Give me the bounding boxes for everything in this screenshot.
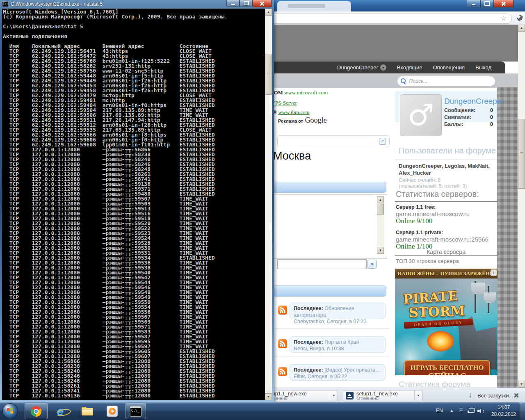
reply-input[interactable] xyxy=(277,259,367,269)
rss-icon[interactable] xyxy=(278,339,287,348)
cmd-restore-button[interactable] xyxy=(240,0,253,7)
user-navbar: DungeonCreeper ▾ Входящие Оповещения Вых… xyxy=(267,62,505,73)
pirate-storm-ad[interactable]: НАШИ ЖЁНЫ – ПУШКИ ЗАРЯЖЁНЫ i PIRATE STOR… xyxy=(395,269,498,375)
forum-post-card[interactable]: Последнее: Портал в Край Nensi, Вчера, в… xyxy=(290,336,386,353)
scroll-up-icon[interactable]: ▲ xyxy=(265,9,272,16)
download-item[interactable]: setup1.1_new.exe Отменено ▼ xyxy=(343,390,422,401)
cmd-titlebar[interactable]: C:\ C:\Windows\system32\cmd.exe - netsta… xyxy=(0,0,274,9)
chevron-down-icon[interactable]: ▼ xyxy=(330,390,338,401)
scroll-down-icon[interactable]: ▼ xyxy=(377,247,384,254)
ad-artwork: PIRATE STORM DEATH OR GLORY ИГРАТЬ БЕСПЛ… xyxy=(395,278,498,375)
section-header-bar xyxy=(271,182,386,193)
taskbar-cmd-button[interactable]: C:\_ xyxy=(126,403,146,419)
external-link-icon[interactable]: ↗ xyxy=(379,138,386,145)
language-indicator[interactable]: EN xyxy=(436,408,443,413)
server-host: game.minecraft-moscow.ru:25566 xyxy=(396,236,488,243)
post-meta: Nensi, Вчера, в 10:38 xyxy=(294,346,344,352)
taskbar-chrome-button[interactable] xyxy=(25,403,48,419)
cmd-title: C:\Windows\system32\cmd.exe - netstat 5 xyxy=(11,1,103,7)
taskbar-explorer-button[interactable] xyxy=(77,403,98,419)
browser-maximize-button[interactable] xyxy=(480,0,494,7)
folder-icon xyxy=(82,407,93,415)
server-host: game.minecraft-moscow.ru xyxy=(396,210,470,217)
online-detail: (пользователей: 5, гостей: 3) xyxy=(399,183,467,189)
cmd-minimize-button[interactable] xyxy=(226,0,240,7)
chrome-icon xyxy=(31,406,41,417)
navbar-item-inbox[interactable]: Входящие xyxy=(397,64,422,71)
ad-link-microsoft[interactable]: www.microsoft.com xyxy=(284,89,328,96)
rss-icon[interactable] xyxy=(278,306,287,315)
post-meta: Chebyrashko, Сегодня, в 07:20 xyxy=(294,319,366,324)
profile-username[interactable]: DungeonCreeper xyxy=(444,97,504,106)
content-scrollbar[interactable]: ▲ ▼ xyxy=(377,196,384,254)
ad-link-ibm[interactable]: www.ibm.com xyxy=(278,109,309,115)
search-box xyxy=(397,76,495,87)
top-players-link[interactable]: ТОП 30 игроков сервера xyxy=(396,258,459,264)
browser-scrollbar[interactable]: ▲ ▼ xyxy=(518,25,525,388)
divider xyxy=(395,201,497,202)
media-player-icon xyxy=(107,406,118,417)
post-title[interactable]: Портал в Край xyxy=(323,339,359,345)
cmd-icon: C:\_ xyxy=(130,406,142,417)
browser-close-button[interactable] xyxy=(494,0,514,7)
scrollbar-thumb[interactable] xyxy=(518,119,525,189)
server-stats-heading: Статистика серверов: xyxy=(396,189,479,199)
submit-button[interactable]: > xyxy=(368,260,377,269)
post-title[interactable]: [Видео] Урок привата... xyxy=(323,367,379,373)
scroll-down-icon[interactable]: ▼ xyxy=(518,381,525,388)
address-bar[interactable] xyxy=(267,14,512,24)
ad-info-icon[interactable]: i xyxy=(491,269,497,276)
console[interactable]: Microsoft Windows [Version 6.1.7601] (c)… xyxy=(2,9,272,400)
navbar-item-logout[interactable]: Выход xyxy=(475,64,491,71)
forum-post-card[interactable]: Последнее: [Видео] Урок привата... Filte… xyxy=(290,364,386,381)
ads-by-google[interactable]: Реклама от Google xyxy=(278,116,326,125)
scroll-up-icon[interactable]: ▲ xyxy=(377,196,384,203)
browser-minimize-button[interactable] xyxy=(467,0,480,7)
forum-post-card[interactable]: Последнее: Обновление авторизатора. Cheb… xyxy=(290,303,386,319)
bookmark-star-icon[interactable]: ☆ xyxy=(500,14,507,23)
search-input[interactable] xyxy=(408,77,492,85)
breadcrumb-box: ↗ xyxy=(277,135,390,147)
search-icon xyxy=(401,78,406,83)
cmd-close-button[interactable] xyxy=(253,0,272,7)
male-symbol-icon: ♂ xyxy=(400,95,441,135)
taskbar-clock[interactable]: 14:07 28.02.2012 xyxy=(491,404,516,418)
download-arrow-icon: ↓ xyxy=(468,390,472,399)
server-map-link[interactable]: Карта сервера xyxy=(395,249,497,255)
close-icon[interactable] xyxy=(514,393,519,398)
tray-date: 28.02.2012 xyxy=(491,411,516,418)
scroll-down-icon[interactable]: ▼ xyxy=(265,393,272,400)
chevron-up-icon[interactable]: ▲ xyxy=(450,409,454,413)
post-meta: Filter, Сегодня, в 05:22 xyxy=(294,374,347,379)
taskbar-wmp-button[interactable] xyxy=(103,403,121,419)
console-output: Microsoft Windows [Version 6.1.7601] (c)… xyxy=(3,9,228,398)
scroll-up-icon[interactable]: ▲ xyxy=(518,25,525,32)
action-center-flag-icon[interactable]: ⚐ xyxy=(459,407,464,413)
online-count: Сейчас онлайн: 8 xyxy=(399,177,441,183)
scrollbar-thumb[interactable] xyxy=(377,204,384,215)
browser-titlebar[interactable] xyxy=(267,0,525,11)
post-prefix: Последнее: xyxy=(294,367,323,373)
divider xyxy=(395,159,497,160)
navbar-item-alerts[interactable]: Оповещения xyxy=(433,64,465,71)
console-scrollbar[interactable]: ▲ ▼ xyxy=(265,9,272,400)
browser-window: ☆ DungeonCreeper ▾ Входящие Оповещения В… xyxy=(267,0,525,402)
avatar[interactable]: ♂ xyxy=(400,94,442,136)
wrench-menu-icon[interactable] xyxy=(516,15,523,22)
show-desktop-button[interactable] xyxy=(520,402,525,420)
user-menu[interactable]: DungeonCreeper ▾ xyxy=(337,64,386,71)
play-free-button[interactable]: ИГРАТЬ БЕСПЛАТНО СЕЙЧАС xyxy=(404,360,490,375)
chevron-down-icon[interactable]: ▼ xyxy=(414,390,422,401)
all-downloads-link[interactable]: Все загрузки... xyxy=(477,393,513,399)
maximize-icon xyxy=(484,1,490,6)
scrollbar-thumb[interactable] xyxy=(265,54,272,95)
taskbar-ie-button[interactable]: e xyxy=(51,403,70,419)
browser-window-controls xyxy=(467,0,514,7)
browser-tab[interactable] xyxy=(277,1,351,11)
chevron-down-icon: ▾ xyxy=(380,64,386,71)
cmd-window: C:\ C:\Windows\system32\cmd.exe - netsta… xyxy=(0,0,274,402)
rss-icon[interactable] xyxy=(278,367,287,376)
ad-link-line: n® www.ibm.com xyxy=(270,109,310,116)
online-users-names[interactable]: DungeonCreeper, Legolas, MakNait, Alex_H… xyxy=(399,162,494,176)
start-button[interactable] xyxy=(2,403,18,419)
